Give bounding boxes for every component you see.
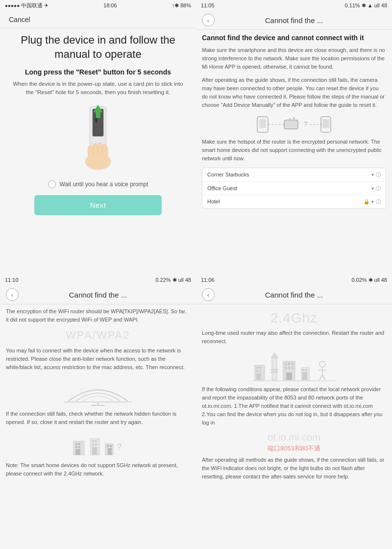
wifi-icons-1: ▾ ⓘ: [371, 171, 381, 178]
svg-rect-9: [88, 146, 92, 157]
carrier-name: 中国联通 ✈: [21, 2, 49, 9]
svg-rect-52: [288, 363, 290, 365]
panel3-text-3: If the connection still fails, check whe…: [6, 410, 190, 426]
svg-rect-7: [98, 142, 102, 156]
router-diagram: [6, 376, 190, 406]
help-section-title: Cannot find the device and cannot connec…: [202, 33, 386, 43]
panel4-text-1: Long-time used router may also affect th…: [202, 329, 386, 346]
svg-marker-47: [271, 353, 278, 358]
svg-rect-38: [108, 448, 112, 455]
nav-title-3: Cannot find the ...: [19, 291, 177, 299]
wifi-item-hotel: Hotel 🔒 ▾ ⓘ: [202, 195, 386, 208]
svg-rect-15: [293, 117, 295, 121]
back-button-3[interactable]: ‹: [6, 288, 19, 301]
radio-button[interactable]: [48, 180, 56, 188]
svg-text:?: ?: [117, 442, 122, 452]
svg-line-66: [322, 375, 325, 380]
panel1-main: Plug the device in and follow the manual…: [0, 28, 196, 220]
status-right-4: 0.02% ✱ ull 48: [351, 277, 387, 283]
voice-prompt-label: Wait until you hear a voice prompt: [60, 181, 148, 188]
wifi-signal-icon-3: ▾: [371, 198, 374, 205]
setup-desc: When the device is in the power-up state…: [10, 80, 186, 97]
connection-diagram: ?: [202, 114, 386, 134]
svg-rect-36: [107, 445, 109, 447]
status-right-2: 0.11% ✱ ▲ ull 48: [344, 2, 387, 9]
help-text-2: After operating as the guide shows, if t…: [202, 76, 386, 109]
svg-rect-42: [259, 367, 261, 369]
battery-4: 0.02% ✱ ull 48: [351, 277, 387, 283]
setup-title: Plug the device in and follow the manual…: [10, 33, 186, 61]
svg-rect-43: [256, 370, 258, 372]
wpa-label: WPA/WPA2: [6, 329, 190, 342]
svg-rect-44: [259, 370, 261, 372]
svg-rect-22: [91, 405, 105, 406]
svg-rect-37: [110, 445, 112, 447]
wifi-icons-2: ▾ ⓘ: [371, 185, 381, 192]
panel4-text-3: After operating all methods as the guide…: [202, 456, 386, 481]
city-diagram: [202, 350, 386, 382]
back-button-2[interactable]: ‹: [202, 14, 215, 26]
nav-title-4: Cannot find the ...: [215, 291, 373, 299]
svg-rect-48: [270, 369, 278, 370]
svg-rect-53: [292, 363, 294, 365]
panel-help-2: 11:10 0.22% ✱ ull 48 ‹ Cannot find the .…: [0, 274, 196, 549]
time-2: 11:05: [201, 2, 215, 8]
status-bar-1: ●●●●● 中国联通 ✈ 18:06 ↑✱ 88%: [0, 0, 196, 11]
wifi-info-icon-3: ⓘ: [376, 198, 381, 205]
svg-rect-14: [289, 118, 291, 121]
svg-rect-32: [92, 444, 94, 446]
svg-rect-25: [78, 443, 80, 445]
svg-rect-59: [302, 369, 304, 371]
lock-icon: 🔒: [364, 198, 369, 205]
diagram-svg: ?: [255, 114, 333, 134]
port-text-label: 端口8053和80不通: [202, 444, 386, 453]
panel3-text-2: You may fail to connect with the device …: [6, 347, 190, 372]
nav-title-2: Cannot find the ...: [215, 16, 373, 25]
svg-rect-51: [285, 363, 287, 365]
router-diagram-2: ?: [6, 431, 190, 458]
wifi-list: Corner Starbucks ▾ ⓘ Office Guest ▾ ⓘ Ho…: [202, 168, 386, 209]
ot-domain-label: ot.io.mi.com: [202, 432, 386, 443]
next-button[interactable]: Next: [34, 195, 162, 215]
back-button-4[interactable]: ‹: [202, 288, 215, 301]
svg-rect-46: [272, 358, 277, 380]
svg-rect-41: [256, 367, 258, 369]
ghz-label: 2.4Ghz: [202, 310, 386, 326]
status-left-1: ●●●●● 中国联通 ✈: [5, 2, 49, 9]
svg-rect-24: [75, 443, 77, 445]
wifi-name-1: Corner Starbucks: [207, 171, 249, 179]
cancel-button[interactable]: Cancel: [6, 15, 33, 25]
battery-1: ↑✱ 88%: [172, 2, 191, 9]
wifi-signal-icon-2: ▾: [371, 185, 374, 192]
status-bar-4: 11:06 0.02% ✱ ull 48: [196, 274, 392, 285]
panel-help-3: 11:06 0.02% ✱ ull 48 ‹ Cannot find the .…: [196, 274, 392, 549]
device-illustration: [69, 102, 127, 175]
wifi-info-icon: ⓘ: [376, 171, 381, 178]
status-bar-2: 11:05 0.11% ✱ ▲ ull 48: [196, 0, 392, 11]
time-1: 18:06: [103, 2, 117, 8]
svg-rect-30: [92, 440, 94, 442]
svg-rect-6: [94, 143, 98, 156]
svg-point-62: [319, 361, 325, 367]
help-text-3: Make sure the hotspot of the router is t…: [202, 138, 386, 163]
wifi-icons-3: 🔒 ▾ ⓘ: [364, 198, 381, 205]
panel3-main: The encryption of the WiFi router should…: [0, 304, 196, 486]
svg-rect-8: [102, 144, 106, 156]
device-image: [69, 102, 127, 175]
setup-subtitle: Long press the "Reset" button for 5 seco…: [25, 68, 171, 76]
panel-setup: ●●●●● 中国联通 ✈ 18:06 ↑✱ 88% Cancel Plug th…: [0, 0, 196, 274]
battery-3: 0.22% ✱ ull 48: [155, 277, 191, 283]
svg-rect-45: [256, 374, 261, 380]
svg-rect-11: [259, 119, 266, 128]
router-svg: [49, 376, 147, 406]
battery-2: 0.11% ✱ ▲ ull 48: [344, 2, 387, 9]
status-right-3: 0.22% ✱ ull 48: [155, 277, 191, 283]
svg-rect-34: [92, 447, 97, 455]
svg-rect-54: [285, 367, 287, 369]
panel-help-1: 11:05 0.11% ✱ ▲ ull 48 ‹ Cannot find the…: [196, 0, 392, 274]
wifi-signal-icon: ▾: [371, 171, 374, 178]
status-bar-3: 11:10 0.22% ✱ ull 48: [0, 274, 196, 285]
svg-rect-28: [75, 449, 80, 455]
svg-line-65: [319, 375, 322, 380]
svg-rect-49: [270, 372, 278, 373]
